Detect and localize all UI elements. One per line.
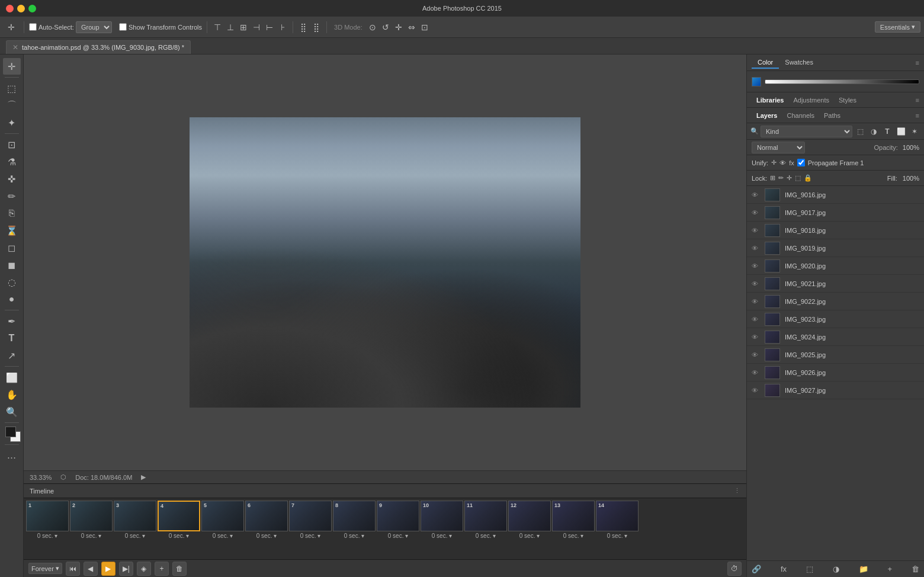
layer-row[interactable]: 👁IMG_9019.jpg [747,239,924,257]
first-frame-btn[interactable]: ⏮ [66,562,80,576]
marquee-tool-btn[interactable]: ⬚ [3,80,21,97]
layer-visibility-icon[interactable]: 👁 [752,387,760,394]
layer-visibility-icon[interactable]: 👁 [752,262,760,270]
healing-tool-btn[interactable]: ✜ [3,171,21,187]
color-swatch-area[interactable] [4,425,21,442]
frame-item-9[interactable]: 90 sec. ▾ [377,501,419,539]
layer-group-icon[interactable]: 📁 [859,565,868,573]
move-tool-btn[interactable]: ✛ [3,58,21,75]
next-frame-btn[interactable]: ▶| [119,562,133,576]
export-icon[interactable]: ⬡ [60,473,66,481]
frame-delay-6[interactable]: 0 sec. ▾ [256,533,277,539]
frame-item-3[interactable]: 30 sec. ▾ [114,501,156,539]
layer-row[interactable]: 👁IMG_9023.jpg [747,310,924,328]
lock-pixels-icon[interactable]: ⊞ [770,174,775,182]
new-frame-btn[interactable]: + [155,562,169,576]
convert-btn[interactable]: ⏱ [727,562,742,576]
layers-panel-menu[interactable]: ≡ [916,112,919,119]
frame-item-7[interactable]: 70 sec. ▾ [289,501,332,539]
eraser-tool-btn[interactable]: ◻ [3,239,21,256]
dist-horiz-icon[interactable]: ⣿ [298,22,309,33]
three-d-slide-icon[interactable]: ⇔ [406,22,417,33]
color-preview[interactable] [752,77,761,86]
crop-tool-btn[interactable]: ⊡ [3,136,21,153]
frame-item-1[interactable]: 10 sec. ▾ [26,501,69,539]
history-tool-btn[interactable]: ⌛ [3,222,21,239]
adjustments-tab[interactable]: Adjustments [788,95,834,105]
layer-new-icon[interactable]: + [888,565,893,573]
paths-tab[interactable]: Paths [819,111,845,120]
layer-visibility-icon[interactable]: 👁 [752,369,760,376]
filter-smart-icon[interactable]: ✶ [909,126,920,137]
hand-tool-btn[interactable]: ✋ [3,386,21,403]
auto-select-check[interactable] [29,23,37,31]
frame-delay-9[interactable]: 0 sec. ▾ [388,533,408,539]
timeline-menu-icon[interactable]: ⋮ [734,487,740,495]
layer-row[interactable]: 👁IMG_9017.jpg [747,204,924,222]
timeline-content[interactable]: 10 sec. ▾20 sec. ▾30 sec. ▾40 sec. ▾50 s… [24,498,746,559]
shape-tool-btn[interactable]: ⬜ [3,369,21,386]
layers-list[interactable]: 👁IMG_9016.jpg👁IMG_9017.jpg👁IMG_9018.jpg👁… [747,186,924,560]
filter-pixel-icon[interactable]: ⬚ [854,126,866,137]
layer-visibility-icon[interactable]: 👁 [752,227,760,234]
move-tool[interactable]: ✛ [4,21,19,34]
frame-delay-2[interactable]: 0 sec. ▾ [81,533,101,539]
frame-item-2[interactable]: 20 sec. ▾ [70,501,113,539]
styles-tab[interactable]: Styles [834,95,861,105]
lock-all-icon[interactable]: 🔒 [804,174,812,182]
path-tool-btn[interactable]: ↗ [3,347,21,364]
essentials-button[interactable]: Essentials ▾ [875,21,920,33]
blend-mode-select[interactable]: Normal [752,142,805,153]
frame-delay-13[interactable]: 0 sec. ▾ [563,533,583,539]
frame-delay-11[interactable]: 0 sec. ▾ [476,533,496,539]
layer-row[interactable]: 👁IMG_9026.jpg [747,364,924,382]
lib-panel-menu[interactable]: ≡ [916,97,919,104]
frame-item-6[interactable]: 60 sec. ▾ [245,501,288,539]
minimize-button[interactable] [17,5,25,12]
canvas-area[interactable]: 33.33% ⬡ Doc: 18.0M/846.0M ▶ [24,55,746,483]
document-tab[interactable]: ✕ tahoe-animation.psd @ 33.3% (IMG_9030.… [6,40,191,54]
layer-row[interactable]: 👁IMG_9018.jpg [747,222,924,239]
color-tab[interactable]: Color [752,57,779,69]
layer-visibility-icon[interactable]: 👁 [752,298,760,305]
frame-item-4[interactable]: 40 sec. ▾ [158,501,200,539]
frame-delay-14[interactable]: 0 sec. ▾ [607,533,627,539]
zoom-tool-btn[interactable]: 🔍 [3,403,21,420]
foreground-swatch[interactable] [5,427,16,437]
tab-close-icon[interactable]: ✕ [12,43,18,52]
lock-move-icon[interactable]: ✛ [787,174,792,182]
transform-check[interactable] [119,23,127,31]
more-tools-btn[interactable]: … [3,447,21,464]
dodge-tool-btn[interactable]: ● [3,291,21,307]
frame-delay-1[interactable]: 0 sec. ▾ [37,533,57,539]
frame-delay-12[interactable]: 0 sec. ▾ [519,533,540,539]
align-hcenter-icon[interactable]: ⊢ [264,22,275,33]
unify-position-icon[interactable]: ✛ [771,159,777,166]
layer-visibility-icon[interactable]: 👁 [752,245,760,252]
frame-delay-7[interactable]: 0 sec. ▾ [300,533,320,539]
color-panel-menu[interactable]: ≡ [916,59,919,66]
align-top-icon[interactable]: ⊤ [212,22,223,33]
prev-frame-btn[interactable]: ◀ [84,562,98,576]
align-vcenter-icon[interactable]: ⊥ [225,22,236,33]
frame-item-10[interactable]: 100 sec. ▾ [421,501,463,539]
auto-select-type[interactable]: Group Layer [76,21,112,33]
pen-tool-btn[interactable]: ✒ [3,313,21,329]
eyedropper-tool-btn[interactable]: ⚗ [3,153,21,170]
layer-visibility-icon[interactable]: 👁 [752,191,760,198]
maximize-button[interactable] [28,5,36,12]
kind-select[interactable]: Kind [761,126,852,137]
frame-item-12[interactable]: 120 sec. ▾ [508,501,551,539]
delete-frame-btn[interactable]: 🗑 [172,562,187,576]
layer-visibility-icon[interactable]: 👁 [752,334,760,341]
frame-delay-3[interactable]: 0 sec. ▾ [125,533,145,539]
tween-btn[interactable]: ◈ [137,562,151,576]
layer-visibility-icon[interactable]: 👁 [752,316,760,323]
layer-visibility-icon[interactable]: 👁 [752,280,760,287]
align-bottom-icon[interactable]: ⊞ [238,22,249,33]
layer-visibility-icon[interactable]: 👁 [752,209,760,216]
brush-tool-btn[interactable]: ✏ [3,188,21,204]
lock-artboard-icon[interactable]: ⬚ [795,174,801,182]
layer-style-icon[interactable]: fx [781,565,787,573]
layer-row[interactable]: 👁IMG_9020.jpg [747,257,924,275]
